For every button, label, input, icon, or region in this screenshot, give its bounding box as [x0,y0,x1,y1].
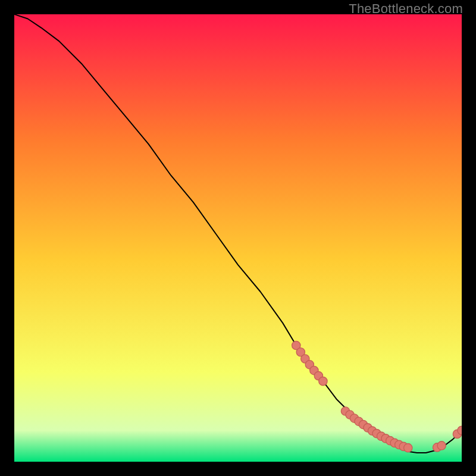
reference-point [319,377,327,385]
reference-point [404,444,412,452]
gradient-background [14,14,462,462]
attribution-label: TheBottleneck.com [349,1,463,17]
bottleneck-chart [14,14,462,462]
reference-point [437,441,446,450]
